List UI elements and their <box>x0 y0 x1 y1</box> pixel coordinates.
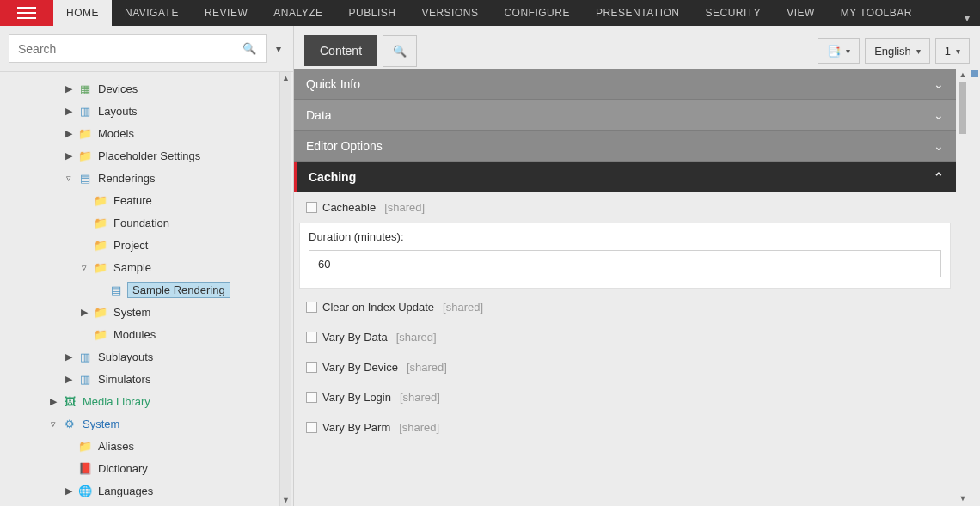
tree-item[interactable]: ▶📁Placeholder Settings <box>5 144 293 167</box>
tree-scrollbar[interactable]: ▲ ▼ <box>279 72 291 506</box>
search-input[interactable] <box>18 42 241 56</box>
tree-item[interactable]: ▿📁Sample <box>5 256 293 278</box>
ribbon-tab-analyze[interactable]: ANALYZE <box>260 0 335 26</box>
tree-search-bar: 🔍 ▾ <box>0 26 293 72</box>
layout-icon: ▥ <box>77 351 93 363</box>
search-dropdown-icon[interactable]: ▾ <box>267 40 285 58</box>
tree-item-label: Sample <box>112 260 153 275</box>
chevron-down-icon: ⌄ <box>934 108 944 122</box>
checkbox-vary-by-login[interactable] <box>306 392 317 403</box>
field-vary-by-parm: Vary By Parm [shared] <box>294 412 956 442</box>
expand-icon[interactable]: ▿ <box>48 418 58 430</box>
scroll-up-icon[interactable]: ▲ <box>958 70 968 81</box>
scroll-thumb[interactable] <box>959 82 966 134</box>
tree-item[interactable]: ▶▥Sublayouts <box>5 345 293 368</box>
shared-tag: [shared] <box>399 421 439 434</box>
expand-icon[interactable]: ▶ <box>79 307 89 318</box>
checkbox-vary-by-data[interactable] <box>306 332 317 343</box>
editor-search-button[interactable]: 🔍 <box>383 35 417 67</box>
ribbon-tab-view[interactable]: VIEW <box>774 0 828 26</box>
section-title: Data <box>306 108 332 122</box>
tree-item-label: Foundation <box>112 216 171 230</box>
workspace: 🔍 ▾ ▶▦Devices▶▥Layouts▶📁Models▶📁Placehol… <box>0 26 980 506</box>
rendering-icon: ▤ <box>108 283 124 296</box>
tree-item-label: Feature <box>112 193 154 208</box>
expand-icon[interactable]: ▿ <box>64 173 74 184</box>
tree-item[interactable]: ▤Sample Rendering <box>5 278 293 301</box>
ribbon-tab-security[interactable]: SECURITY <box>693 0 775 26</box>
chevron-down-icon: ▾ <box>956 46 960 56</box>
ribbon-tab-mytoolbar[interactable]: MY TOOLBAR <box>828 0 925 26</box>
tree-item[interactable]: ▶📁System <box>5 301 293 323</box>
expand-icon[interactable]: ▶ <box>64 150 74 162</box>
expand-icon[interactable]: ▿ <box>79 262 89 273</box>
checkbox-cacheable[interactable] <box>306 202 317 213</box>
tree-item[interactable]: ▿▤Renderings <box>5 167 293 189</box>
editor-pane: Content 🔍 📑 ▾ English ▾ 1 ▾ Quick Info <box>294 26 980 506</box>
expand-icon[interactable]: ▶ <box>64 374 74 385</box>
shared-tag: [shared] <box>407 361 447 374</box>
section-data[interactable]: Data ⌄ <box>294 100 956 131</box>
tree-search-wrap[interactable]: 🔍 <box>9 34 267 63</box>
field-label: Vary By Device <box>322 361 398 374</box>
tree-item[interactable]: 📁Project <box>5 234 293 256</box>
tab-content[interactable]: Content <box>304 35 377 66</box>
folder-icon: 📁 <box>93 216 108 229</box>
tree-item[interactable]: 📁Modules <box>5 323 293 345</box>
scroll-up-icon[interactable]: ▲ <box>280 72 291 84</box>
expand-icon[interactable]: ▶ <box>64 83 74 94</box>
scroll-down-icon[interactable]: ▼ <box>280 494 291 506</box>
section-editor-options[interactable]: Editor Options ⌄ <box>294 131 956 162</box>
chevron-down-icon: ⌄ <box>934 77 944 91</box>
checkbox-vary-by-device[interactable] <box>306 362 317 373</box>
tree-item[interactable]: ▶📁Models <box>5 122 293 144</box>
ribbon-tab-publish[interactable]: PUBLISH <box>336 0 409 26</box>
expand-icon[interactable]: ▶ <box>48 396 58 407</box>
ribbon-tab-presentation[interactable]: PRESENTATION <box>583 0 693 26</box>
tree-item[interactable]: ▶🖼Media Library <box>5 390 293 412</box>
tree-item[interactable]: 📁Aliases <box>5 435 293 457</box>
folder-icon: 📁 <box>93 239 108 252</box>
ribbon-tab-review[interactable]: REVIEW <box>192 0 260 26</box>
ribbon-tab-configure[interactable]: CONFIGURE <box>491 0 583 26</box>
section-quick-info[interactable]: Quick Info ⌄ <box>294 69 956 100</box>
ribbon-tab-versions[interactable]: VERSIONS <box>408 0 491 26</box>
hamburger-icon <box>17 12 36 14</box>
tree-item[interactable]: 📕Dictionary <box>5 457 293 479</box>
expand-icon[interactable]: ▶ <box>64 351 74 363</box>
chevron-up-icon: ⌃ <box>934 170 944 184</box>
expand-icon[interactable]: ▶ <box>64 128 74 139</box>
field-label: Clear on Index Update <box>322 301 434 314</box>
section-title: Quick Info <box>306 77 360 91</box>
menu-button[interactable] <box>0 0 53 26</box>
tree-item[interactable]: ▿⚙System <box>5 412 293 435</box>
checkbox-clear-on-index[interactable] <box>306 302 317 313</box>
navigate-button[interactable]: 📑 ▾ <box>818 38 860 64</box>
ribbon-tab-navigate[interactable]: NAVIGATE <box>112 0 192 26</box>
language-selector[interactable]: English ▾ <box>865 38 930 64</box>
tree-item[interactable]: ▶🌐Languages <box>5 479 293 502</box>
section-caching[interactable]: Caching ⌃ <box>294 162 956 192</box>
search-icon[interactable]: 🔍 <box>241 42 258 55</box>
tree-item[interactable]: ▶▦Devices <box>5 77 293 100</box>
shared-tag: [shared] <box>400 391 440 404</box>
ribbon-collapse-icon[interactable]: ▾ <box>965 12 970 24</box>
field-vary-by-data: Vary By Data [shared] <box>294 322 956 352</box>
folder-icon: 📁 <box>77 440 93 453</box>
scroll-down-icon[interactable]: ▼ <box>958 494 968 504</box>
validation-marker[interactable] <box>971 70 978 77</box>
editor-scrollbar[interactable]: ▲ ▼ <box>958 70 968 504</box>
tree-item[interactable]: ▶▥Simulators <box>5 368 293 390</box>
tree-item[interactable]: 📁Foundation <box>5 211 293 234</box>
field-label: Cacheable <box>322 201 376 214</box>
folder-icon: 📁 <box>77 149 93 162</box>
expand-icon[interactable]: ▶ <box>64 485 74 497</box>
duration-input[interactable]: 60 <box>309 250 941 277</box>
tree-item[interactable]: 📁Feature <box>5 189 293 211</box>
expand-icon[interactable]: ▶ <box>64 106 74 117</box>
tree-item-label: System <box>81 417 121 431</box>
checkbox-vary-by-parm[interactable] <box>306 422 317 433</box>
tree-item[interactable]: ▶▥Layouts <box>5 100 293 122</box>
ribbon-tab-home[interactable]: HOME <box>53 0 112 26</box>
version-selector[interactable]: 1 ▾ <box>935 38 970 64</box>
